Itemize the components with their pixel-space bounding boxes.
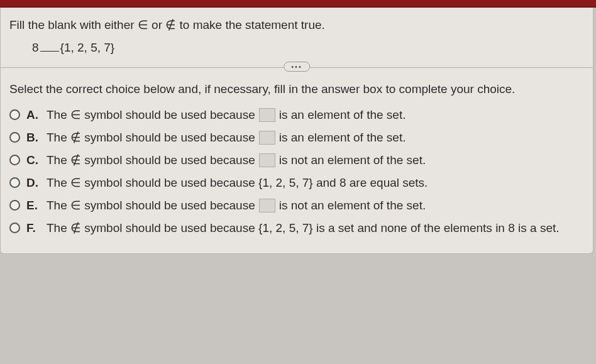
choice-post: is an element of the set. — [279, 131, 406, 145]
window-top-bar — [0, 0, 596, 8]
fill-blank — [40, 51, 59, 52]
choice-d: D. The ∈ symbol should be used because {… — [9, 175, 584, 190]
choice-pre: The ∈ symbol should be used because — [47, 108, 255, 122]
choice-pre: The ∈ symbol should be used because {1, … — [47, 175, 428, 190]
choice-text: The ∈ symbol should be used because is a… — [47, 108, 406, 122]
question-block: Fill the blank with either ∈ or ∉ to mak… — [1, 8, 593, 67]
choice-pre: The ∉ symbol should be used because {1, … — [47, 221, 560, 235]
choice-letter: A. — [26, 108, 39, 122]
radio-c[interactable] — [9, 155, 20, 165]
choices-block: Select the correct choice below and, if … — [1, 80, 593, 253]
choice-a: A. The ∈ symbol should be used because i… — [9, 108, 584, 122]
radio-d[interactable] — [9, 177, 20, 188]
choice-letter: C. — [26, 153, 39, 167]
select-instruction: Select the correct choice below and, if … — [9, 82, 584, 96]
choice-text: The ∈ symbol should be used because {1, … — [47, 175, 428, 190]
instruction-text: Fill the blank with either ∈ or ∉ to mak… — [9, 18, 584, 32]
problem-rhs: {1, 2, 5, 7} — [60, 41, 115, 54]
choice-b: B. The ∉ symbol should be used because i… — [9, 130, 584, 145]
choice-post: is an element of the set. — [279, 108, 406, 122]
problem-statement: 8{1, 2, 5, 7} — [9, 41, 584, 55]
radio-b[interactable] — [9, 132, 20, 143]
choice-f: F. The ∉ symbol should be used because {… — [9, 221, 584, 235]
choice-pre: The ∉ symbol should be used because — [47, 130, 255, 145]
choice-text: The ∉ symbol should be used because is n… — [47, 153, 426, 167]
choice-c: C. The ∉ symbol should be used because i… — [9, 153, 584, 167]
choice-letter: E. — [26, 199, 39, 212]
choice-e: E. The ∈ symbol should be used because i… — [9, 198, 584, 212]
answer-box-a[interactable] — [259, 108, 275, 122]
answer-box-b[interactable] — [259, 131, 275, 145]
problem-lhs: 8 — [32, 41, 39, 54]
question-panel: Fill the blank with either ∈ or ∉ to mak… — [0, 8, 593, 254]
choice-post: is not an element of the set. — [279, 199, 426, 212]
choice-text: The ∉ symbol should be used because is a… — [47, 130, 406, 145]
radio-f[interactable] — [9, 223, 20, 233]
choice-pre: The ∈ symbol should be used because — [47, 198, 255, 212]
choice-post: is not an element of the set. — [279, 153, 426, 167]
radio-e[interactable] — [9, 200, 20, 211]
answer-box-e[interactable] — [259, 199, 275, 212]
choice-letter: F. — [26, 221, 39, 235]
choice-pre: The ∉ symbol should be used because — [47, 153, 255, 167]
radio-a[interactable] — [9, 109, 20, 120]
choice-text: The ∈ symbol should be used because is n… — [47, 198, 426, 212]
answer-box-c[interactable] — [259, 153, 275, 167]
choice-text: The ∉ symbol should be used because {1, … — [47, 221, 560, 235]
choice-letter: B. — [26, 131, 39, 145]
expand-button[interactable]: ••• — [284, 62, 310, 72]
divider: ••• — [1, 67, 593, 80]
choice-letter: D. — [26, 176, 39, 190]
